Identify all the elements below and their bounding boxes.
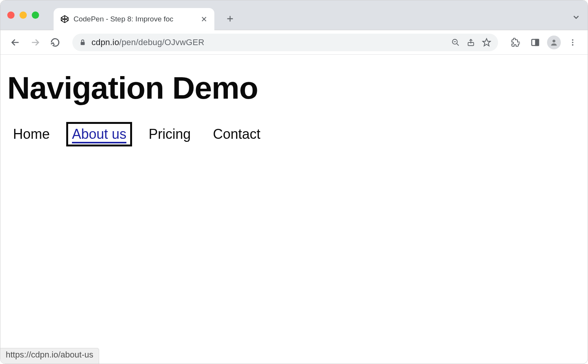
page-title: Navigation Demo — [7, 70, 581, 106]
zoom-out-icon[interactable] — [451, 38, 460, 47]
window-controls — [7, 11, 39, 19]
minimize-window-button[interactable] — [20, 11, 27, 19]
bookmark-icon[interactable] — [482, 38, 491, 47]
svg-point-20 — [572, 44, 573, 46]
nav-link-contact[interactable]: Contact — [207, 122, 266, 146]
url-host: cdpn.io — [91, 37, 119, 47]
main-nav: Home About us Pricing Contact — [7, 122, 581, 146]
address-bar[interactable]: cdpn.io/pen/debug/OJvwGER — [72, 34, 498, 51]
extensions-button[interactable] — [507, 34, 523, 50]
tab-list-button[interactable] — [572, 13, 581, 22]
svg-rect-16 — [536, 39, 539, 46]
url-path: /pen/debug/OJvwGER — [119, 37, 204, 47]
new-tab-button[interactable] — [221, 10, 239, 28]
svg-rect-9 — [81, 42, 85, 45]
svg-point-17 — [552, 39, 555, 42]
back-button[interactable] — [7, 34, 23, 50]
svg-point-19 — [572, 42, 573, 43]
reload-button[interactable] — [47, 34, 63, 50]
side-panel-button[interactable] — [527, 34, 543, 50]
browser-toolbar: cdpn.io/pen/debug/OJvwGER — [0, 30, 588, 55]
close-window-button[interactable] — [7, 11, 15, 19]
tab-close-icon[interactable] — [201, 16, 207, 23]
codepen-icon — [60, 15, 69, 23]
svg-marker-14 — [483, 39, 490, 46]
nav-link-pricing[interactable]: Pricing — [143, 122, 196, 146]
tab-title: CodePen - Step 8: Improve foc — [74, 15, 173, 23]
svg-point-18 — [572, 39, 573, 41]
browser-tab[interactable]: CodePen - Step 8: Improve foc — [54, 8, 214, 30]
forward-button[interactable] — [27, 34, 43, 50]
profile-button[interactable] — [547, 36, 561, 49]
status-bar: https://cdpn.io/about-us — [0, 348, 99, 364]
omnibox-actions — [451, 38, 491, 47]
nav-link-home[interactable]: Home — [7, 122, 56, 146]
share-icon[interactable] — [467, 38, 475, 47]
page-viewport: Navigation Demo Home About us Pricing Co… — [0, 55, 588, 146]
maximize-window-button[interactable] — [32, 11, 39, 19]
nav-link-about-us[interactable]: About us — [66, 122, 132, 146]
menu-button[interactable] — [565, 34, 581, 50]
svg-line-11 — [457, 44, 459, 46]
url-text: cdpn.io/pen/debug/OJvwGER — [91, 37, 204, 47]
browser-tabstrip: CodePen - Step 8: Improve foc — [0, 0, 588, 30]
lock-icon — [79, 39, 86, 46]
